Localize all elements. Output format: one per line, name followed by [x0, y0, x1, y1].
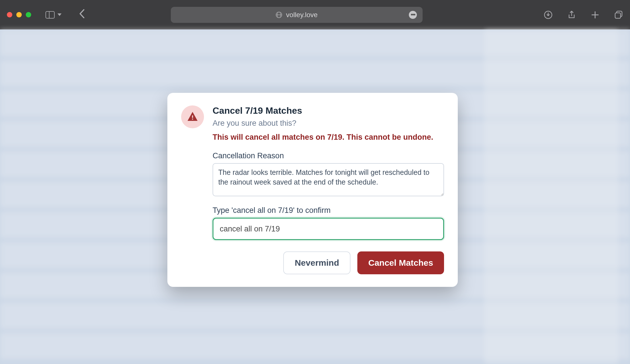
address-bar[interactable]: volley.love •••	[171, 7, 423, 23]
chevron-down-icon	[58, 13, 62, 16]
dialog-actions: Nevermind Cancel Matches	[213, 251, 444, 274]
browser-toolbar: volley.love •••	[0, 0, 630, 29]
svg-rect-2	[615, 13, 621, 18]
cancel-matches-button[interactable]: Cancel Matches	[357, 251, 444, 274]
sidebar-toggle[interactable]	[45, 11, 62, 19]
dialog-warning-text: This will cancel all matches on 7/19. Th…	[213, 133, 444, 142]
globe-icon	[276, 12, 282, 18]
share-icon[interactable]	[567, 10, 576, 19]
svg-rect-3	[192, 115, 193, 118]
warning-icon	[181, 105, 204, 128]
page-settings-icon[interactable]: •••	[409, 11, 417, 19]
minimize-window-button[interactable]	[16, 12, 22, 17]
back-button[interactable]	[79, 9, 85, 21]
maximize-window-button[interactable]	[26, 12, 31, 17]
dialog-title: Cancel 7/19 Matches	[213, 105, 444, 116]
close-window-button[interactable]	[7, 12, 12, 17]
confirm-label: Type 'cancel all on 7/19' to confirm	[213, 206, 444, 215]
svg-rect-4	[192, 119, 193, 120]
downloads-icon[interactable]	[544, 10, 553, 19]
cancellation-reason-input[interactable]	[213, 163, 444, 196]
browser-actions	[544, 10, 623, 19]
tabs-overview-icon[interactable]	[614, 10, 623, 19]
cancel-matches-dialog: Cancel 7/19 Matches Are you sure about t…	[167, 93, 458, 287]
reason-label: Cancellation Reason	[213, 151, 444, 160]
dialog-subtitle: Are you sure about this?	[213, 119, 444, 128]
url-text: volley.love	[286, 11, 318, 19]
sidebar-icon	[45, 11, 55, 19]
new-tab-icon[interactable]	[591, 10, 600, 19]
window-controls	[7, 12, 31, 17]
confirm-phrase-input[interactable]	[213, 218, 444, 240]
nevermind-button[interactable]: Nevermind	[283, 251, 350, 274]
